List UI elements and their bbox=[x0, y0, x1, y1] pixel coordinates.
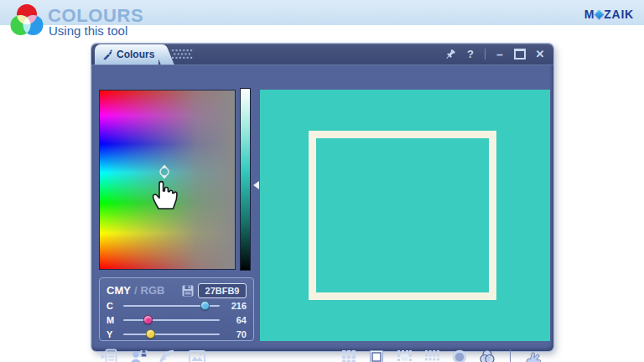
model-rgb-label[interactable]: RGB bbox=[141, 284, 165, 297]
slider-track-c[interactable] bbox=[123, 305, 220, 307]
minimize-icon[interactable]: – bbox=[494, 48, 506, 61]
slider-knob-m[interactable] bbox=[143, 315, 153, 324]
maximize-icon[interactable] bbox=[514, 48, 526, 61]
grid-frame-dotted-icon[interactable] bbox=[394, 347, 414, 362]
model-cmy-label[interactable]: CMY bbox=[106, 284, 131, 297]
grid-dots-icon[interactable] bbox=[422, 347, 442, 362]
drawn-rectangle bbox=[309, 131, 496, 300]
slider-track-m[interactable] bbox=[123, 319, 220, 321]
cmy-panel: CMY / RGB C bbox=[99, 277, 254, 341]
rainbow-icon[interactable] bbox=[158, 347, 178, 362]
save-color-icon[interactable] bbox=[182, 285, 194, 297]
hex-value-field[interactable] bbox=[198, 283, 247, 298]
slider-knob-y[interactable] bbox=[146, 329, 155, 339]
canvas[interactable] bbox=[260, 90, 550, 341]
hand-gesture-icon[interactable] bbox=[523, 347, 543, 362]
toolbar-divider bbox=[510, 349, 511, 362]
toolbar-right-group bbox=[339, 347, 543, 362]
wand-icon bbox=[102, 49, 112, 60]
model-divider: / bbox=[134, 284, 138, 297]
tab-colours[interactable]: Colours bbox=[95, 44, 158, 65]
value-slider-marker[interactable] bbox=[253, 181, 259, 189]
slider-label-c: C bbox=[106, 301, 118, 311]
slider-label-y: Y bbox=[106, 329, 118, 339]
square-frame-icon[interactable] bbox=[366, 347, 387, 362]
slider-track-y[interactable] bbox=[123, 334, 220, 335]
brand-text-suffix: ZAIK bbox=[604, 8, 634, 21]
bottom-toolbar bbox=[91, 343, 553, 362]
slider-row-m: M 64 bbox=[106, 313, 247, 327]
brand-diamond-icon bbox=[594, 9, 605, 20]
toolbar-left-group bbox=[99, 347, 207, 362]
controls-divider bbox=[485, 49, 486, 59]
brand-logo: M ZAIK bbox=[584, 8, 634, 21]
tab-label: Colours bbox=[117, 49, 154, 60]
rgb-logo-icon bbox=[8, 3, 45, 37]
page-subtitle: Using this tool bbox=[49, 23, 127, 38]
image-icon[interactable] bbox=[187, 347, 207, 362]
slider-knob-c[interactable] bbox=[200, 301, 210, 310]
window-body: CMY / RGB C bbox=[91, 65, 553, 351]
slider-label-m: M bbox=[106, 315, 118, 325]
close-icon[interactable]: ✕ bbox=[534, 48, 546, 61]
colours-window: Colours bbox=[91, 44, 553, 351]
slider-value-y: 70 bbox=[225, 329, 247, 339]
list-export-icon[interactable] bbox=[99, 347, 119, 362]
pin-icon[interactable] bbox=[444, 48, 456, 61]
slider-value-c: 216 bbox=[225, 301, 247, 311]
slider-row-y: Y 70 bbox=[106, 328, 247, 341]
slider-value-m: 64 bbox=[225, 315, 247, 325]
drag-dots[interactable] bbox=[172, 49, 197, 64]
value-slider[interactable] bbox=[240, 88, 251, 271]
rgb-circles-icon[interactable] bbox=[477, 347, 497, 362]
color-field[interactable] bbox=[99, 90, 236, 270]
window-controls: ? – ✕ bbox=[444, 44, 546, 65]
grid-solid-icon[interactable] bbox=[339, 347, 359, 362]
user-save-icon[interactable] bbox=[128, 347, 148, 362]
slider-row-c: C 216 bbox=[106, 299, 247, 313]
window-titlebar: Colours bbox=[91, 44, 553, 65]
page: { "header": { "title": "COLOURS", "subti… bbox=[0, 0, 644, 362]
help-icon[interactable]: ? bbox=[465, 48, 476, 61]
circle-icon[interactable] bbox=[449, 347, 470, 362]
